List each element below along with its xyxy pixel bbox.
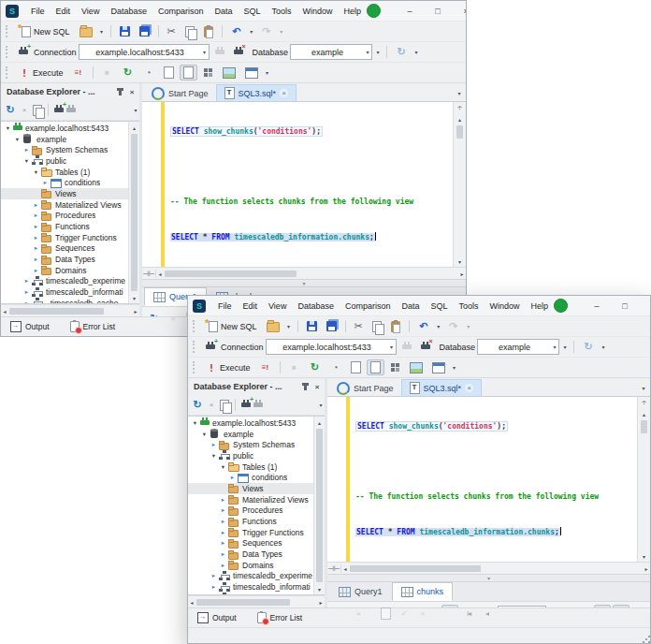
scrollbar-thumb[interactable] — [456, 125, 463, 139]
pin-icon[interactable] — [119, 88, 122, 95]
expand-icon[interactable] — [22, 277, 31, 285]
paste-button[interactable] — [387, 319, 404, 334]
maximize-button[interactable]: □ — [611, 296, 639, 315]
scrollbar-thumb[interactable] — [131, 134, 137, 291]
open-file-caret-icon[interactable] — [285, 321, 293, 332]
tree-item-procedures[interactable]: Procedures — [188, 505, 313, 517]
tree-item-trigger-functions[interactable]: Trigger Functions — [1, 232, 128, 243]
paste-button[interactable] — [200, 24, 217, 39]
tree-item-system-schemas[interactable]: System Schemas — [1, 144, 128, 155]
prev-page-button[interactable] — [479, 605, 496, 622]
menu-tools[interactable]: Tools — [453, 299, 484, 314]
maximize-button[interactable]: □ — [424, 1, 452, 21]
tree-item-data-types[interactable]: Data Types — [188, 549, 313, 560]
scrollbar-thumb[interactable] — [9, 308, 104, 315]
tab-output[interactable]: Output — [197, 612, 237, 623]
tree-item-timescaledb-experimental[interactable]: timescaledb_experime — [1, 276, 128, 287]
tree-item-server[interactable]: example.localhost:5433 — [1, 123, 128, 134]
minimize-button[interactable]: – — [583, 296, 611, 315]
expand-icon[interactable] — [32, 244, 40, 252]
disconnect-button[interactable]: × — [230, 45, 247, 60]
tree-item-timescaledb-cache[interactable]: _timescaledb_cache — [188, 593, 313, 594]
scroll-right-icon[interactable] — [643, 563, 650, 574]
database-combobox[interactable]: example — [477, 339, 559, 355]
tree-vertical-scrollbar[interactable] — [313, 417, 325, 594]
save-all-button[interactable] — [136, 24, 153, 38]
query-profiler-button[interactable] — [139, 66, 158, 80]
tree-item-timescaledb-cache[interactable]: _timescaledb_cache — [1, 298, 128, 303]
split-grip-icon[interactable]: ⊣⊢ — [142, 270, 156, 278]
scroll-right-icon[interactable] — [458, 268, 466, 279]
pin-icon[interactable] — [304, 383, 307, 390]
tree-item-procedures[interactable]: Procedures — [1, 211, 128, 222]
menu-data[interactable]: Data — [209, 4, 238, 19]
connection-caret-icon[interactable] — [201, 47, 209, 58]
database-combobox[interactable]: example — [290, 44, 372, 60]
editor-vertical-scrollbar[interactable] — [453, 102, 466, 267]
expand-icon[interactable] — [219, 550, 227, 558]
undo-button[interactable] — [227, 24, 246, 39]
expand-icon[interactable] — [210, 572, 218, 579]
scroll-right-icon[interactable] — [132, 305, 139, 316]
scroll-up-icon[interactable] — [641, 408, 648, 419]
scrollbar-thumb[interactable] — [316, 429, 323, 582]
toolbar-overflow-caret-icon[interactable] — [412, 47, 420, 58]
expand-icon[interactable] — [22, 300, 31, 303]
expand-icon[interactable] — [32, 234, 40, 242]
scroll-left-icon[interactable] — [1, 305, 8, 316]
tree-item-conditions[interactable]: conditions — [1, 177, 128, 188]
save-all-button[interactable] — [323, 319, 340, 333]
window-view-button[interactable] — [241, 66, 262, 80]
menu-edit[interactable]: Edit — [238, 299, 264, 314]
tab-close-icon[interactable]: × — [465, 384, 473, 392]
export-results-button[interactable] — [347, 359, 365, 375]
expand-icon[interactable] — [219, 529, 227, 536]
layout-button[interactable] — [199, 66, 217, 80]
scroll-right-icon[interactable] — [317, 596, 325, 607]
account-avatar[interactable] — [367, 4, 381, 18]
account-avatar[interactable] — [554, 299, 568, 313]
connect-button[interactable] — [211, 45, 228, 60]
assign-connection-button[interactable] — [579, 340, 598, 355]
editor-vertical-scrollbar[interactable] — [637, 397, 650, 562]
tree-item-domains[interactable]: Domains — [1, 265, 128, 276]
scrollbar-thumb[interactable] — [350, 565, 481, 572]
menu-file[interactable]: File — [25, 4, 51, 19]
toolbar-overflow-caret-icon[interactable] — [600, 342, 607, 353]
connection-combobox[interactable]: example.localhost:5433 — [79, 44, 210, 60]
cut-button[interactable] — [164, 23, 180, 39]
duplicate-icon[interactable] — [33, 105, 42, 116]
reject-changes-button[interactable] — [414, 605, 431, 622]
first-page-button[interactable] — [460, 605, 477, 622]
copy-button[interactable] — [369, 319, 385, 334]
tree-item-server[interactable]: example.localhost:5433 — [188, 417, 313, 429]
query-history-button[interactable] — [306, 360, 325, 375]
expand-icon[interactable] — [4, 124, 12, 132]
window-view-button[interactable] — [428, 360, 449, 375]
tree-item-timescaledb-experimental[interactable]: timescaledb_experime — [188, 571, 313, 582]
tab-error-list[interactable]: Error List — [70, 321, 115, 332]
scrollbar-thumb[interactable] — [165, 271, 297, 277]
scroll-up-icon[interactable] — [131, 122, 138, 133]
menu-view[interactable]: View — [263, 299, 292, 314]
menu-database[interactable]: Database — [292, 299, 340, 314]
minimize-button[interactable]: – — [396, 1, 424, 21]
disconnect-button[interactable]: × — [417, 340, 434, 355]
scroll-up-icon[interactable] — [316, 417, 324, 428]
menu-sql[interactable]: SQL — [238, 4, 266, 19]
scroll-down-icon[interactable] — [316, 583, 324, 594]
expand-icon[interactable] — [228, 474, 237, 481]
code-area[interactable]: SELECT show_chunks('conditions'); -- The… — [165, 102, 453, 267]
duplicate-icon[interactable] — [220, 400, 229, 411]
split-handle-icon[interactable] — [641, 397, 648, 408]
tab-start-page[interactable]: Start Page — [144, 85, 216, 101]
scroll-left-icon[interactable] — [341, 563, 349, 574]
expand-icon[interactable] — [32, 223, 40, 230]
tab-list-caret-icon[interactable] — [640, 382, 647, 393]
explorer-close-icon[interactable] — [126, 86, 137, 97]
toolbar-grip[interactable] — [193, 361, 197, 373]
expand-icon[interactable] — [219, 506, 227, 514]
titlebar[interactable]: S File Edit View Database Comparison Dat… — [188, 296, 650, 315]
explorer-header[interactable]: Database Explorer - ... — [1, 83, 139, 100]
cancel-button[interactable] — [350, 605, 367, 622]
